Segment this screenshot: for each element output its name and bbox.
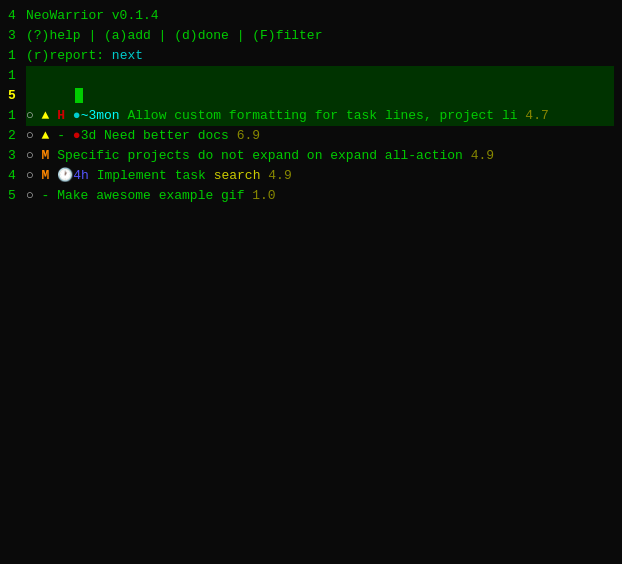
age: 3d bbox=[81, 126, 104, 146]
status-icon: ○ bbox=[26, 186, 42, 206]
priority-icon: M bbox=[42, 146, 58, 166]
task-description: Implement task search bbox=[97, 166, 269, 186]
task-score: 1.0 bbox=[252, 186, 275, 206]
status-icon: ○ bbox=[26, 166, 42, 186]
priority-icon: ▲ bbox=[42, 106, 58, 126]
task-row[interactable]: 1 ○ ▲ H ● ~3mon Allow custom formatting … bbox=[8, 106, 614, 126]
status-icon: ○ bbox=[26, 126, 42, 146]
badge: 🕐 bbox=[57, 166, 73, 186]
task-score: 4.9 bbox=[471, 146, 494, 166]
priority-icon: M bbox=[42, 166, 58, 186]
age: 4h bbox=[73, 166, 96, 186]
line-number: 3 bbox=[8, 146, 22, 166]
line-number: 1 bbox=[8, 66, 22, 86]
selected-row-line: 5 bbox=[8, 86, 614, 106]
selected-row-number: 5 bbox=[8, 86, 22, 106]
version-text: NeoWarrior v0.1.4 bbox=[26, 6, 159, 26]
task-description: Specific projects do not expand on expan… bbox=[57, 146, 470, 166]
priority-icon: ▲ bbox=[42, 126, 58, 146]
report-value: next bbox=[112, 46, 143, 66]
cursor bbox=[75, 88, 83, 103]
task-row[interactable]: 5 ○ - Make awesome example gif 1.0 bbox=[8, 186, 614, 206]
status-icon: ○ bbox=[26, 146, 42, 166]
task-score: 4.9 bbox=[268, 166, 291, 186]
age-dot: ● bbox=[73, 106, 81, 126]
age: ~3mon bbox=[81, 106, 128, 126]
task-score: 6.9 bbox=[237, 126, 260, 146]
line-number: 3 bbox=[8, 26, 22, 46]
line-number: 1 bbox=[8, 106, 22, 126]
report-label: (r)report: bbox=[26, 46, 112, 66]
task-row[interactable]: 3 ○ M Specific projects do not expand on… bbox=[8, 146, 614, 166]
line-number: 2 bbox=[8, 126, 22, 146]
line-number: 4 bbox=[8, 6, 22, 26]
priority-icon: - bbox=[42, 186, 58, 206]
task-row[interactable]: 4 ○ M 🕐 4h Implement task search 4.9 bbox=[8, 166, 614, 186]
help-line: 3 (?)help | (a)add | (d)done | (F)filter bbox=[8, 26, 614, 46]
task-description: Need better docs bbox=[104, 126, 237, 146]
task-description: Make awesome example gif bbox=[57, 186, 252, 206]
task-description: Allow custom formatting for task lines, … bbox=[127, 106, 517, 126]
version-line: 4 NeoWarrior v0.1.4 bbox=[8, 6, 614, 26]
line-number: 4 bbox=[8, 166, 22, 186]
badge: - bbox=[57, 126, 73, 146]
task-score: 4.7 bbox=[518, 106, 549, 126]
terminal: 4 NeoWarrior v0.1.4 3 (?)help | (a)add |… bbox=[0, 4, 622, 560]
status-icon: ○ bbox=[26, 106, 42, 126]
line-number: 1 bbox=[8, 46, 22, 66]
report-line: 1 (r)report: next bbox=[8, 46, 614, 66]
help-text: (?)help | (a)add | (d)done | (F)filter bbox=[26, 26, 322, 46]
task-row[interactable]: 2 ○ ▲ - ● 3d Need better docs 6.9 bbox=[8, 126, 614, 146]
badge: H bbox=[57, 106, 73, 126]
age-dot: ● bbox=[73, 126, 81, 146]
line-number: 5 bbox=[8, 186, 22, 206]
